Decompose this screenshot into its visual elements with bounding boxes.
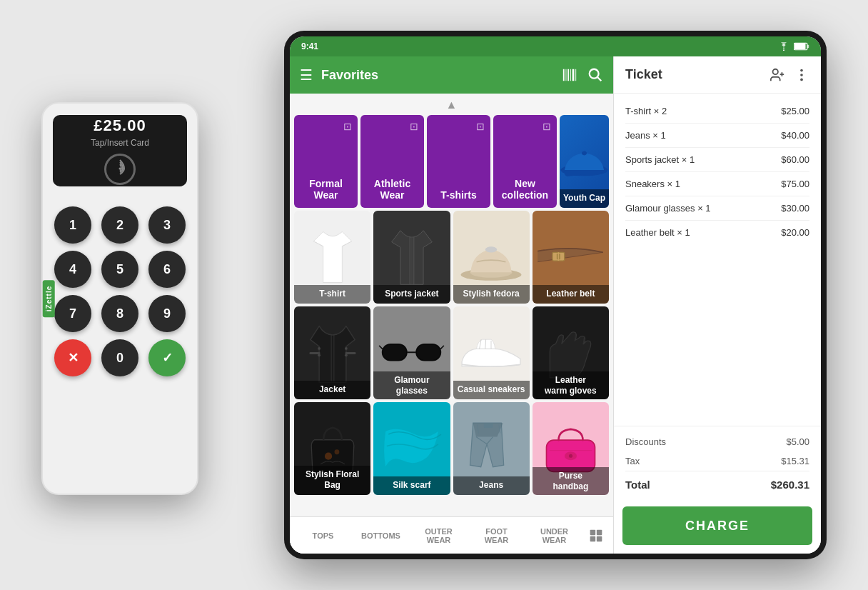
tab-tops[interactable]: TOPS <box>294 527 352 544</box>
key-confirm[interactable]: ✓ <box>148 339 186 376</box>
product-youth-cap[interactable]: Youth Cap <box>560 115 609 208</box>
pos-topbar: ☰ Favorites <box>290 56 613 94</box>
copy-icon-4: ⊡ <box>542 121 551 132</box>
grid-view-toggle[interactable] <box>583 529 609 543</box>
purse-label: Pursehandbag <box>533 467 609 495</box>
svg-rect-28 <box>383 344 407 360</box>
key-8[interactable]: 8 <box>101 295 138 332</box>
svg-line-12 <box>597 77 601 81</box>
status-time: 9:41 <box>301 41 318 51</box>
ticket-item: Sneakers × 1 $75.00 <box>625 172 809 196</box>
copy-icon-3: ⊡ <box>476 121 485 132</box>
product-sneakers[interactable]: Casual sneakers <box>453 306 530 399</box>
item-price-sports-jacket: $60.00 <box>781 154 809 165</box>
key-cancel[interactable]: ✕ <box>54 339 91 376</box>
svg-rect-9 <box>572 69 575 81</box>
svg-rect-15 <box>582 151 585 154</box>
product-purse[interactable]: Pursehandbag <box>533 402 609 495</box>
svg-point-31 <box>334 449 339 454</box>
svg-rect-39 <box>597 536 602 541</box>
tablet: 9:41 <box>284 31 827 559</box>
ticket-panel: Ticket <box>614 56 821 554</box>
search-icon[interactable] <box>587 67 603 83</box>
athletic-wear-label: Athletic Wear <box>368 178 417 201</box>
ticket-item: Jeans × 1 $40.00 <box>625 124 809 148</box>
tablet-body: ☰ Favorites <box>290 56 821 554</box>
svg-point-23 <box>318 354 321 356</box>
item-price-tshirt: $25.00 <box>781 106 809 116</box>
barcode-icon[interactable] <box>562 67 577 83</box>
key-5[interactable]: 5 <box>101 251 138 288</box>
svg-point-45 <box>800 78 803 81</box>
copy-icon-2: ⊡ <box>410 121 418 132</box>
more-options-icon[interactable] <box>794 67 809 83</box>
scarf-label: Silk scarf <box>373 476 450 495</box>
svg-point-43 <box>800 69 803 71</box>
total-value: $260.31 <box>771 479 809 491</box>
key-2[interactable]: 2 <box>101 206 138 244</box>
product-glamour-glasses[interactable]: Glamourglasses <box>373 306 450 399</box>
tax-label: Tax <box>625 456 640 466</box>
tab-underwear[interactable]: UNDERWEAR <box>525 523 583 549</box>
category-tshirts[interactable]: ⊡ T-shirts <box>427 115 490 208</box>
new-collection-label: New collection <box>500 178 550 201</box>
menu-icon[interactable]: ☰ <box>300 66 313 84</box>
product-tshirt[interactable]: T-shirt <box>294 211 370 304</box>
item-price-jeans: $40.00 <box>781 130 809 141</box>
svg-rect-5 <box>563 69 565 81</box>
item-price-glasses: $30.00 <box>781 203 809 214</box>
belt-label: Leather belt <box>533 285 609 304</box>
category-athletic[interactable]: ⊡ Athletic Wear <box>360 115 424 208</box>
product-sports-jacket[interactable]: Sports jacket <box>373 211 450 304</box>
svg-rect-38 <box>590 536 596 541</box>
product-belt[interactable]: Leather belt <box>533 211 609 304</box>
product-fedora[interactable]: Stylish fedora <box>453 211 530 304</box>
ticket-header-icons <box>769 67 809 83</box>
ticket-title: Ticket <box>625 67 769 82</box>
item-price-belt: $20.00 <box>781 227 809 238</box>
svg-point-0 <box>119 168 121 170</box>
category-formal[interactable]: ⊡ Formal Wear <box>294 115 358 208</box>
product-gloves[interactable]: Leatherwarm gloves <box>533 306 609 399</box>
charge-button[interactable]: CHARGE <box>622 506 812 545</box>
battery-icon <box>794 42 809 51</box>
svg-rect-37 <box>597 529 602 535</box>
category-row: ⊡ Formal Wear ⊡ Athletic Wear ⊡ T-shirts <box>294 115 609 208</box>
key-4[interactable]: 4 <box>54 251 91 288</box>
fedora-label: Stylish fedora <box>453 285 530 304</box>
product-row-2: Jacket <box>294 306 609 399</box>
tax-value: $15.31 <box>781 456 809 466</box>
jeans-label: Jeans <box>453 476 530 495</box>
svg-point-40 <box>773 69 778 74</box>
category-newcollection[interactable]: ⊡ New collection <box>493 115 557 208</box>
add-person-icon[interactable] <box>769 67 785 83</box>
key-9[interactable]: 9 <box>148 295 186 332</box>
key-0[interactable]: 0 <box>101 339 138 376</box>
card-reader: iZettle £25.00 Tap/Insert Card 1 2 3 <box>41 102 198 495</box>
product-scarf[interactable]: Silk scarf <box>373 402 450 495</box>
card-reader-screen: £25.00 Tap/Insert Card <box>53 115 187 186</box>
keypad: 1 2 3 4 5 6 7 8 9 ✕ 0 ✓ <box>53 206 187 376</box>
key-7[interactable]: 7 <box>54 295 91 332</box>
pos-topbar-title: Favorites <box>321 68 553 83</box>
tab-outerwear[interactable]: OUTERWEAR <box>410 523 468 549</box>
product-jacket[interactable]: Jacket <box>294 306 370 399</box>
jacket-label: Jacket <box>294 381 370 399</box>
svg-point-35 <box>569 454 572 457</box>
svg-rect-8 <box>570 69 571 81</box>
svg-rect-3 <box>794 44 806 49</box>
svg-point-11 <box>590 69 599 79</box>
product-jeans[interactable]: Jeans <box>453 402 530 495</box>
svg-rect-7 <box>567 69 569 81</box>
item-name-glasses: Glamour glasses × 1 <box>625 203 711 214</box>
ticket-summary: Discounts $5.00 Tax $15.31 Total $260.31 <box>614 426 821 501</box>
key-1[interactable]: 1 <box>54 206 91 244</box>
product-bag[interactable]: Stylish Floral Bag <box>294 402 370 495</box>
tab-bottoms[interactable]: BOTTOMS <box>352 527 410 544</box>
scroll-up-indicator: ▲ <box>294 98 609 112</box>
formal-wear-label: Formal Wear <box>301 178 350 201</box>
key-3[interactable]: 3 <box>148 206 186 244</box>
key-6[interactable]: 6 <box>148 251 186 288</box>
product-row-1: T-shirt <box>294 211 609 304</box>
tab-footwear[interactable]: FOOTWEAR <box>468 523 525 549</box>
